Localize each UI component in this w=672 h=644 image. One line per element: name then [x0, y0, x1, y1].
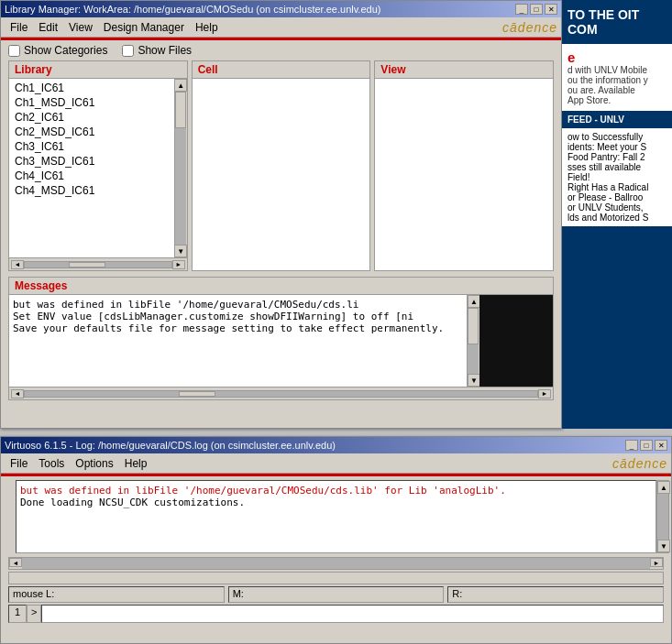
msg-line-3: Save your defaults file for message sett…	[13, 322, 463, 334]
cadence-brand: cādence	[502, 20, 557, 35]
scroll-track[interactable]	[175, 92, 186, 245]
menu-view[interactable]: View	[63, 19, 98, 36]
show-categories-checkbox[interactable]	[8, 45, 20, 57]
log-hscroll-track[interactable]	[22, 558, 650, 569]
msg-scroll-down[interactable]: ▼	[468, 374, 480, 387]
messages-image-panel	[479, 295, 553, 387]
feed-item: Field!	[567, 172, 666, 182]
list-item[interactable]: Ch2_IC61	[11, 110, 172, 125]
cell-panel-header: Cell	[193, 61, 370, 79]
oit-line-1: d with UNLV Mobile	[567, 65, 666, 75]
log-scroll-up[interactable]: ▲	[657, 481, 670, 494]
show-files-label[interactable]: Show Files	[122, 44, 192, 57]
virt-log-title: Virtuoso 6.1.5 - Log: /home/guevaral/CDS…	[5, 440, 336, 451]
close-button[interactable]: ✕	[545, 4, 557, 15]
mouse-l-status: mouse L:	[8, 586, 225, 603]
virt-maximize-btn[interactable]: □	[640, 440, 653, 451]
log-wrapper: but was defined in libFile '/home/guevar…	[8, 480, 664, 553]
msg-scroll-thumb[interactable]	[468, 308, 479, 344]
m-status: M:	[228, 586, 445, 603]
msg-hscroll-right[interactable]: ►	[538, 389, 551, 398]
msg-hscroll-track[interactable]	[24, 390, 538, 398]
log-hscroll-left[interactable]: ◄	[9, 558, 22, 567]
scroll-up-btn[interactable]: ▲	[174, 79, 187, 92]
lib-manager-window: Library Manager: WorkArea: /home/guevara…	[0, 0, 562, 429]
menu-design-manager[interactable]: Design Manager	[98, 19, 190, 36]
virt-menu-file[interactable]: File	[5, 455, 33, 472]
msg-scroll-track[interactable]	[468, 308, 479, 374]
view-panel-content	[375, 79, 553, 270]
oit-accent-letter: e	[567, 49, 666, 65]
library-panel-content: Ch1_IC61Ch1_MSD_IC61Ch2_IC61Ch2_MSD_IC61…	[9, 79, 174, 257]
virt-menubar: File Tools Options Help cādence	[1, 453, 671, 474]
minimize-button[interactable]: _	[515, 4, 528, 15]
msg-scroll-up[interactable]: ▲	[468, 295, 480, 308]
log-hscrollbar[interactable]: ◄ ►	[8, 557, 664, 570]
view-panel: View	[374, 60, 554, 271]
scroll-down-btn[interactable]: ▼	[174, 245, 187, 257]
feed-item: lds and Motorized S	[567, 213, 666, 223]
log-hscrollbar2[interactable]	[8, 572, 664, 584]
virt-titlebar-controls: _ □ ✕	[625, 440, 667, 451]
cmd-bar: 1 >	[8, 605, 664, 623]
virt-menu-options[interactable]: Options	[70, 455, 118, 472]
menu-help[interactable]: Help	[190, 19, 224, 36]
msg-hscroll-thumb[interactable]	[179, 391, 215, 397]
virt-close-btn[interactable]: ✕	[655, 440, 667, 451]
list-item[interactable]: Ch3_IC61	[11, 139, 172, 154]
oit-header: TO THE OIT COM	[562, 0, 672, 44]
library-scrollbar[interactable]: ▲ ▼	[174, 79, 187, 257]
lib-manager-menubar: File Edit View Design Manager Help cāden…	[1, 17, 561, 38]
feed-item: idents: Meet your S	[567, 142, 666, 152]
oit-panel: TO THE OIT COM e d with UNLV Mobile ou t…	[562, 0, 672, 429]
hscroll-thumb[interactable]	[69, 262, 105, 267]
cell-panel: Cell	[192, 60, 371, 271]
scroll-thumb[interactable]	[175, 92, 186, 128]
log-line-0: but was defined in libFile '/home/guevar…	[20, 485, 652, 497]
log-hscroll-right[interactable]: ►	[650, 558, 663, 567]
virt-menu-tools[interactable]: Tools	[33, 455, 70, 472]
msg-hscroll-left[interactable]: ◄	[11, 389, 24, 398]
messages-section: Messages but was defined in libFile '/ho…	[8, 277, 554, 400]
log-scroll-down[interactable]: ▼	[657, 540, 670, 552]
feed-item: or Please - Ballroo	[567, 192, 666, 202]
cmd-line-number: 1	[8, 605, 27, 623]
virt-log-titlebar: Virtuoso 6.1.5 - Log: /home/guevaral/CDS…	[1, 437, 671, 453]
library-panel-header: Library	[9, 61, 187, 79]
lib-manager-title: Library Manager: WorkArea: /home/guevara…	[5, 4, 380, 15]
virt-minimize-btn[interactable]: _	[625, 440, 638, 451]
messages-hscrollbar[interactable]: ◄ ►	[9, 387, 553, 399]
show-categories-label[interactable]: Show Categories	[8, 44, 107, 57]
list-item[interactable]: Ch2_MSD_IC61	[11, 125, 172, 139]
r-status: R:	[447, 586, 664, 603]
list-item[interactable]: Ch1_MSD_IC61	[11, 95, 172, 110]
virt-menu-help[interactable]: Help	[119, 455, 153, 472]
lib-manager-titlebar: Library Manager: WorkArea: /home/guevara…	[1, 1, 561, 17]
messages-header: Messages	[9, 278, 553, 295]
maximize-button[interactable]: □	[530, 4, 543, 15]
titlebar-controls: _ □ ✕	[515, 4, 557, 15]
hscroll-track[interactable]	[24, 261, 172, 268]
list-item[interactable]: Ch4_MSD_IC61	[11, 183, 172, 198]
list-item[interactable]: Ch3_MSD_IC61	[11, 154, 172, 169]
show-files-checkbox[interactable]	[122, 45, 134, 57]
library-list: Ch1_IC61Ch1_MSD_IC61Ch2_IC61Ch2_MSD_IC61…	[11, 81, 172, 198]
menu-file[interactable]: File	[5, 19, 33, 36]
menu-edit[interactable]: Edit	[33, 19, 63, 36]
log-scroll-track[interactable]	[657, 494, 668, 540]
log-content: but was defined in libFile '/home/guevar…	[16, 480, 656, 553]
oit-line-4: App Store.	[567, 95, 666, 105]
cell-panel-content	[193, 79, 370, 270]
hscroll-right-btn[interactable]: ►	[172, 260, 185, 269]
library-hscrollbar[interactable]: ◄ ►	[9, 257, 187, 270]
cmd-input-field[interactable]	[41, 605, 664, 623]
oit-line-2: ou the information y	[567, 75, 666, 85]
hscroll-left-btn[interactable]: ◄	[11, 260, 24, 269]
feed-item: sses still available	[567, 162, 666, 172]
log-vscrollbar[interactable]: ▲ ▼	[656, 480, 669, 553]
messages-vscrollbar[interactable]: ▲ ▼	[467, 295, 479, 387]
feed-item: Right Has a Radical	[567, 182, 666, 192]
list-item[interactable]: Ch4_IC61	[11, 169, 172, 183]
feed-item: Food Pantry: Fall 2	[567, 152, 666, 162]
list-item[interactable]: Ch1_IC61	[11, 81, 172, 95]
